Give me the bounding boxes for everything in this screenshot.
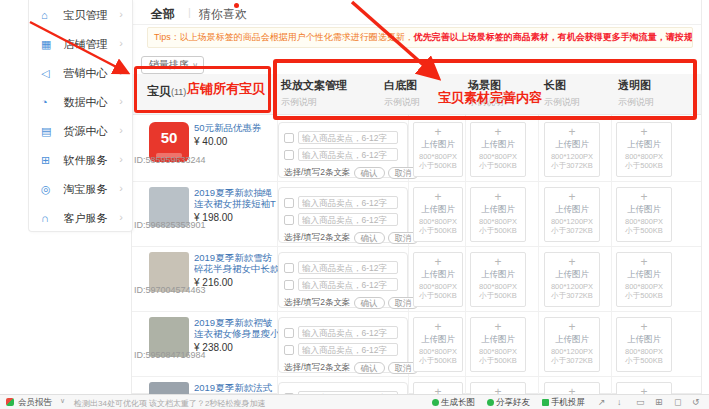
upload-long-image[interactable]: + 上传图片 800*1200PX小于3072KB (544, 252, 600, 307)
main-panel: 全部 | 猜你喜欢 Tips：以上场景标签的商品会根据用户个性化需求进行圈选更新… (131, 0, 702, 394)
copy-input-2[interactable] (298, 213, 398, 226)
confirm-button[interactable]: 确认 (354, 362, 385, 374)
refresh-icon[interactable]: ↺ (692, 397, 700, 407)
upload-transparent-image[interactable]: + 上传图片 800*800PX小于500KB (616, 187, 672, 242)
upload-spec: 800*1200PX小于3072KB (545, 347, 599, 365)
confirm-button[interactable]: 确认 (354, 297, 385, 309)
sidebar-item-8[interactable]: ∩ 客户服务 › (29, 203, 132, 232)
sort-dropdown[interactable]: 销量排序 ∨ (141, 56, 204, 74)
copy-input-2[interactable] (298, 343, 398, 356)
upload-scene-image[interactable]: + 上传图片 800*800PX小于500KB (470, 317, 526, 372)
plus-icon: + (617, 191, 671, 204)
tab-all[interactable]: 全部 (151, 6, 175, 23)
generate-long-image-button[interactable]: 生成长图 (432, 397, 475, 409)
upload-scene-image[interactable]: + 上传图片 800*800PX小于500KB (470, 122, 526, 177)
copy-input-2[interactable] (298, 278, 398, 291)
store-icon: ▤ (41, 117, 54, 146)
member-report-button[interactable]: 会员报告 (18, 397, 52, 409)
upload-white-bg-image[interactable]: + 上传图片 800*800PX小于500KB (413, 317, 463, 372)
fullscreen-icon[interactable]: ◻ (674, 397, 681, 407)
table-row: 2019夏季新款抽绳连衣裙女拼接短袖T恤中长款 ¥ 198.00 ID:5968… (132, 183, 701, 248)
plus-icon: + (545, 321, 599, 334)
copy-checkbox-2[interactable] (284, 215, 294, 225)
column-example-link[interactable]: 示例说明 (544, 96, 580, 109)
shop-icon: ▦ (41, 30, 54, 59)
sidebar-item-1[interactable]: ⌂ 宝贝管理 › (29, 0, 132, 29)
notification-dot (234, 3, 239, 8)
upload-long-image[interactable]: + 上传图片 800*1200PX小于3072KB (544, 382, 600, 394)
sidebar-item-5[interactable]: ▤ 货源中心 › (29, 116, 132, 145)
app-logo-icon (6, 398, 14, 406)
upload-label: 上传图片 (414, 139, 462, 149)
copy-checkbox-1[interactable] (284, 263, 294, 273)
upload-transparent-image[interactable]: + 上传图片 800*800PX小于500KB (616, 252, 672, 307)
copy-checkbox-2[interactable] (284, 150, 294, 160)
upload-scene-image[interactable]: + 上传图片 800*800PX小于500KB (470, 187, 526, 242)
product-title-link[interactable]: 50元新品优惠券 (194, 122, 280, 133)
share-button[interactable]: 分享好友 (487, 397, 530, 409)
upload-transparent-image[interactable]: + 上传图片 800*800PX小于500KB (616, 382, 672, 394)
chevron-down-icon[interactable]: ∨ (60, 397, 65, 405)
sidebar-item-label: 货源中心 (63, 125, 107, 137)
table-column-header: 投放文案管理 示例说明 (281, 78, 347, 109)
upload-scene-image[interactable]: + 上传图片 800*800PX小于500KB (470, 252, 526, 307)
tips-highlight: 优先完善以上场景标签的商品素材，有机会获得更多手淘流量，请按规范上传素材 (414, 32, 693, 42)
copy-input-2[interactable] (298, 148, 398, 161)
sidebar-item-3[interactable]: ◁ 营销中心 › (29, 58, 132, 87)
copy-hint: 选择/填写2条文案 (284, 167, 351, 177)
product-title-link[interactable]: 2019夏季新款雪纺碎花半身裙女中长款荷叶边白 (194, 252, 280, 274)
upload-long-image[interactable]: + 上传图片 800*1200PX小于3072KB (544, 187, 600, 242)
upload-scene-image[interactable]: + 上传图片 800*800PX小于500KB (470, 382, 526, 394)
upload-long-image[interactable]: + 上传图片 800*1200PX小于3072KB (544, 122, 600, 177)
grid-view-icon[interactable]: ⊞ (655, 397, 663, 407)
product-title-link[interactable]: 2019夏季新款法式波点连衣裙女中长款复古显瘦 (194, 382, 280, 394)
product-id: ID:595084716984 (134, 350, 206, 360)
column-example-link[interactable]: 示例说明 (384, 96, 420, 109)
download-icon[interactable]: ↓ (617, 397, 622, 407)
confirm-button[interactable]: 确认 (354, 167, 385, 179)
copy-checkbox-1[interactable] (284, 198, 294, 208)
share-icon[interactable]: ↗ (598, 397, 606, 407)
copy-checkbox-1[interactable] (284, 328, 294, 338)
sidebar-item-2[interactable]: ▦ 店铺管理 › (29, 29, 132, 58)
upload-white-bg-image[interactable]: + 上传图片 800*800PX小于500KB (413, 382, 463, 394)
product-price: ¥ 40.00 (194, 136, 280, 147)
tab-guess-you-like[interactable]: 猜你喜欢 (199, 6, 247, 23)
upload-spec: 800*800PX小于500KB (471, 282, 525, 300)
column-example-link[interactable]: 示例说明 (468, 96, 504, 109)
upload-white-bg-image[interactable]: + 上传图片 800*800PX小于500KB (413, 122, 463, 177)
copy-hint: 选择/填写2条文案 (284, 297, 351, 307)
chevron-right-icon: › (119, 87, 123, 116)
copy-checkbox-2[interactable] (284, 345, 294, 355)
column-example-link[interactable]: 示例说明 (618, 96, 654, 109)
print-icon[interactable]: ▭ (636, 397, 645, 407)
copy-input-1[interactable] (298, 326, 398, 339)
upload-white-bg-image[interactable]: + 上传图片 800*800PX小于500KB (413, 187, 463, 242)
upload-white-bg-image[interactable]: + 上传图片 800*800PX小于500KB (413, 252, 463, 307)
copy-checkbox-1[interactable] (284, 133, 294, 143)
upload-transparent-image[interactable]: + 上传图片 800*800PX小于500KB (616, 317, 672, 372)
chevron-right-icon: › (119, 116, 123, 145)
upload-label: 上传图片 (471, 139, 525, 149)
upload-transparent-image[interactable]: + 上传图片 800*800PX小于500KB (616, 122, 672, 177)
sidebar-item-4[interactable]: ◔ 数据中心 › (29, 87, 132, 116)
chevron-right-icon: › (119, 0, 123, 29)
upload-label: 上传图片 (617, 269, 671, 279)
upload-spec: 800*1200PX小于3072KB (545, 282, 599, 300)
column-example-link[interactable]: 示例说明 (281, 96, 347, 109)
sidebar-item-6[interactable]: ⊞ 软件服务 › (29, 145, 132, 174)
copy-checkbox-2[interactable] (284, 280, 294, 290)
copy-input-1[interactable] (298, 196, 398, 209)
sidebar-item-7[interactable]: ◎ 淘宝服务 › (29, 174, 132, 203)
upload-long-image[interactable]: + 上传图片 800*1200PX小于3072KB (544, 317, 600, 372)
screen-cast-button[interactable]: 手机投屏 (542, 397, 585, 409)
copy-input-1[interactable] (298, 261, 398, 274)
sidebar-item-label: 宝贝管理 (63, 9, 107, 21)
grid-icon: ⊞ (41, 146, 54, 175)
product-title-link[interactable]: 2019夏季新款褶皱连衣裙女修身显瘦小众网红 (194, 317, 280, 339)
product-info: 2019夏季新款雪纺碎花半身裙女中长款荷叶边白 ¥ 216.00 (194, 252, 280, 288)
upload-label: 上传图片 (545, 269, 599, 279)
product-title-link[interactable]: 2019夏季新款抽绳连衣裙女拼接短袖T恤中长款 (194, 187, 280, 209)
confirm-button[interactable]: 确认 (354, 232, 385, 244)
copy-input-1[interactable] (298, 131, 398, 144)
